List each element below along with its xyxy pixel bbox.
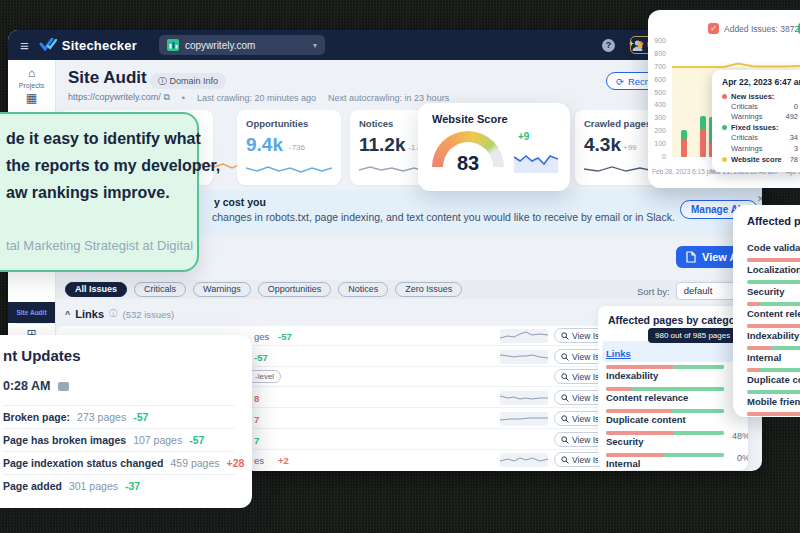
project-favicon-icon [167, 39, 179, 51]
issue-sparkline [500, 329, 548, 343]
links-section-name: Links [75, 308, 104, 320]
tab-opportunities[interactable]: Opportunities [258, 282, 332, 297]
sidebar-site-audit-label: Site Audit [16, 309, 46, 316]
issues-chart-card: ✓ Added Issues: 3872 ✓ 90080070060050040… [648, 10, 800, 188]
tab-notices[interactable]: Notices [338, 282, 388, 297]
links-section-header[interactable]: ^ Links ⓘ (532 issues) [65, 308, 174, 320]
tab-zero-issues[interactable]: Zero Issues [395, 282, 462, 297]
alert-banner: y cost you changes in robots.txt, page i… [128, 190, 762, 236]
sidebar-item-projects[interactable]: ⌂ Projects [8, 67, 55, 89]
tab-criticals[interactable]: Criticals [134, 282, 186, 297]
category-item-internal[interactable]: Internal0% [606, 453, 736, 470]
info-icon: ⓘ [158, 76, 167, 86]
tooltip-score-label: Website score [731, 155, 782, 164]
links-issue-count: (532 issues) [123, 309, 175, 320]
magnifier-icon [561, 353, 569, 361]
testimonial-line: de it easy to identify what [6, 130, 201, 148]
tab-all-issues[interactable]: All Issues [65, 282, 127, 297]
crown-icon: ♛ [636, 40, 644, 50]
help-icon[interactable]: ? [602, 39, 615, 52]
sitechecker-logo-icon [39, 38, 57, 52]
bank-icon: ▦ [8, 92, 55, 105]
issue-delta: 7 [254, 435, 259, 446]
update-row[interactable]: Page added301 pages-37 [3, 474, 235, 497]
score-value: 83 [432, 152, 504, 175]
x-tick: Feb 28, 2023 6:15 pm [652, 168, 716, 175]
document-icon [686, 251, 696, 263]
info-icon: ⓘ [109, 308, 118, 320]
update-row[interactable]: Page has broken images107 pages-57 [3, 428, 235, 451]
project-selector[interactable]: copywritely.com ▾ [159, 35, 325, 55]
page-title: Site Audit [68, 68, 147, 88]
issue-delta: -57 [254, 352, 268, 363]
affected-pages-panel: Affected pages Code validation Localizat… [733, 205, 800, 417]
updates-title: nt Updates [3, 347, 81, 364]
score-delta: +9 [518, 131, 529, 142]
metric-label: Notices [359, 118, 393, 129]
sparkline-blue [246, 162, 332, 178]
tooltip-section-label: Fixed issues: [731, 123, 779, 132]
metric-delta: +99 [623, 143, 637, 152]
magnifier-icon [561, 373, 569, 381]
comment-icon[interactable] [58, 382, 69, 391]
issue-delta: 7 [254, 414, 259, 425]
affected-item-mobile-friendly[interactable]: Mobile friendly [747, 391, 800, 416]
hamburger-menu-icon[interactable]: ≡ [20, 37, 29, 54]
tab-warnings[interactable]: Warnings [193, 282, 251, 297]
tooltip-score-value: 78 [790, 155, 798, 164]
issue-sparkline [500, 412, 548, 426]
red-dot-icon [722, 94, 727, 99]
alert-banner-description: changes in robots.txt, page indexing, an… [212, 211, 675, 223]
magnifier-icon [561, 332, 569, 340]
issue-sparkline [500, 391, 548, 405]
close-icon[interactable]: × [757, 192, 762, 206]
last-crawling: Last crawling: 20 minutes ago [197, 93, 316, 103]
testimonial-line: the reports to my developer, [6, 157, 220, 175]
magnifier-icon [561, 394, 569, 402]
website-score-title: Website Score [432, 113, 508, 125]
testimonial-card: de it easy to identify what the reports … [0, 112, 199, 272]
collapse-icon[interactable]: ^ [65, 309, 70, 319]
magnifier-icon [561, 415, 569, 423]
sidebar-projects-label: Projects [8, 82, 55, 89]
issue-delta: 8 [254, 393, 259, 404]
score-gauge: 83 [432, 131, 504, 171]
tooltip-date: Apr 22, 2023 6:47 am [722, 77, 798, 87]
checkbox-added-issues[interactable]: ✓ [708, 23, 719, 34]
green-dot-icon [722, 125, 727, 130]
affected-bar [747, 412, 800, 416]
domain-info-badge[interactable]: ⓘ Domain Info [150, 73, 226, 89]
brand-name: Sitechecker [62, 38, 137, 53]
magnifier-icon [561, 456, 569, 464]
metric-label: Crawled pages [584, 118, 651, 129]
domain-info-label: Domain Info [170, 76, 219, 86]
dot-separator: • [182, 93, 185, 103]
chart-tooltip: Apr 22, 2023 6:47 am New issues: Critica… [712, 70, 800, 172]
sidebar-item-site-audit[interactable]: Site Audit [8, 302, 55, 323]
website-score-card[interactable]: Website Score 83 +9 [418, 103, 570, 191]
alert-banner-title: y cost you [214, 196, 266, 208]
update-row[interactable]: Broken page:273 pages-57 [3, 405, 235, 428]
issue-sparkline [500, 453, 548, 467]
refresh-icon: ⟳ [616, 76, 624, 87]
legend-added-issues[interactable]: ✓ Added Issues: 3872 [708, 23, 799, 34]
testimonial-line: aw rankings improve. [6, 184, 170, 202]
metric-card-opportunities[interactable]: Opportunities 9.4k -736 [237, 110, 341, 185]
metric-label: Opportunities [246, 118, 308, 129]
sidebar-item-dashboard[interactable]: ▦ [8, 92, 55, 105]
sort-value: default [684, 283, 713, 299]
pages-tooltip: 980 out of 985 pages [648, 328, 737, 343]
updates-timestamp: 0:28 AM [3, 379, 69, 393]
update-row[interactable]: Page indexation status changed459 pages+… [3, 451, 235, 474]
site-url[interactable]: https://copywritely.com/ ⧉ [68, 92, 170, 103]
metric-value: 11.2k [359, 134, 406, 156]
chevron-down-icon: ▾ [313, 41, 317, 50]
issue-badge: -level [248, 370, 281, 383]
sidebar-divider [16, 323, 48, 324]
categories-heading: Affected pages by categories [608, 314, 748, 326]
updates-card: nt Updates 0:28 AM Broken page:273 pages… [0, 335, 252, 508]
issue-delta: -57 [278, 331, 292, 342]
crawl-info-row: https://copywritely.com/ ⧉ • Last crawli… [68, 92, 449, 103]
project-domain: copywritely.com [185, 40, 313, 51]
legend-added-label: Added Issues: 3872 [724, 24, 799, 34]
